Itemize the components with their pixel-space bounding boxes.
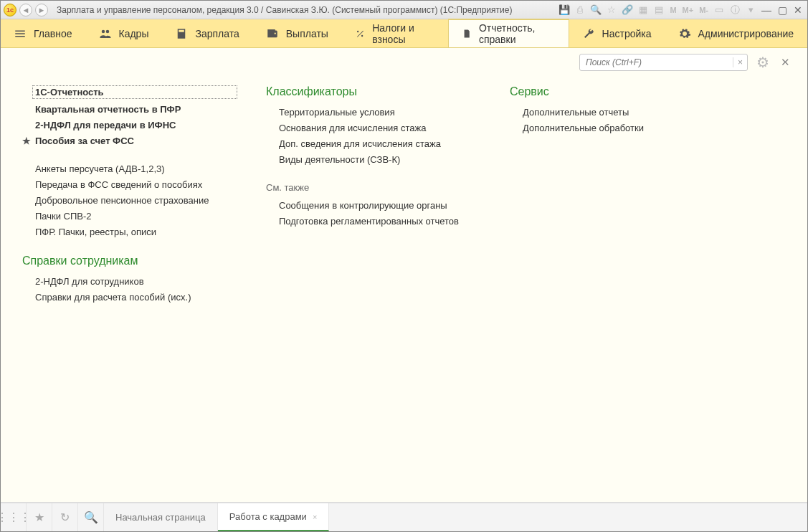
calculator-icon bbox=[175, 27, 188, 40]
favorite-icon[interactable]: ☆ bbox=[605, 4, 618, 16]
history-icon[interactable]: ↻ bbox=[52, 503, 78, 531]
titlebar: 1c ◄ ► Зарплата и управление персоналом,… bbox=[1, 1, 807, 19]
tab-label: Кадры bbox=[119, 28, 149, 39]
panel-icon[interactable]: ▭ bbox=[713, 4, 726, 16]
nav-link[interactable]: ПФР. Пачки, реестры, описи bbox=[22, 227, 237, 237]
nav-link[interactable]: Доп. сведения для исчисления стажа bbox=[266, 138, 481, 149]
info-icon[interactable]: ⓘ bbox=[728, 4, 741, 16]
nav-link[interactable]: 2-НДФЛ для сотрудников bbox=[22, 276, 237, 287]
nav-link[interactable]: Анкеты персучета (АДВ-1,2,3) bbox=[22, 163, 237, 174]
m-plus[interactable]: M+ bbox=[681, 6, 695, 14]
nav-link[interactable]: Справки для расчета пособий (исх.) bbox=[22, 292, 237, 303]
content-area: × ⚙ ✕ 1С-ОтчетностьКвартальная отчетност… bbox=[1, 48, 807, 503]
gear-icon bbox=[678, 27, 691, 40]
search-clear-button[interactable]: × bbox=[733, 57, 747, 67]
section-title-klassifikatory: Классификаторы bbox=[266, 85, 481, 98]
tab-otchetnost[interactable]: Отчетность, справки bbox=[448, 19, 569, 47]
tab-nastroika[interactable]: Настройка bbox=[569, 19, 665, 47]
tab-close-icon[interactable]: × bbox=[313, 513, 317, 521]
favorites-icon[interactable]: ★ bbox=[27, 503, 52, 531]
nav-link[interactable]: 1С-Отчетность bbox=[32, 85, 237, 99]
nav-link[interactable]: Дополнительные отчеты bbox=[510, 107, 696, 118]
nav-back-button[interactable]: ◄ bbox=[19, 4, 32, 16]
tab-nalogi[interactable]: Налоги и взносы bbox=[342, 19, 448, 47]
window-maximize-button[interactable]: ▢ bbox=[776, 4, 789, 16]
tab-label: Выплаты bbox=[286, 28, 328, 39]
print-icon[interactable]: ⎙ bbox=[574, 4, 586, 16]
column-klassifikatory: Классификаторы Территориальные условияОс… bbox=[266, 85, 481, 495]
calc-icon[interactable]: ▦ bbox=[637, 4, 650, 16]
settings-gear-icon[interactable]: ⚙ bbox=[752, 54, 774, 71]
wrench-icon bbox=[582, 27, 595, 40]
window-close-button[interactable]: ✕ bbox=[792, 4, 804, 16]
section-title-spravki: Справки сотрудникам bbox=[22, 255, 237, 267]
save-icon[interactable]: 💾 bbox=[558, 4, 571, 16]
section-title-service: Сервис bbox=[510, 85, 696, 98]
tab-label: Отчетность, справки bbox=[479, 22, 556, 45]
people-icon bbox=[99, 27, 112, 40]
tab-label: Настройка bbox=[602, 28, 652, 39]
search-box[interactable]: × bbox=[579, 54, 748, 71]
search-bottom-icon[interactable]: 🔍 bbox=[78, 503, 104, 531]
main-toolbar: Главное Кадры Зарплата Выплаты Налоги и … bbox=[1, 19, 807, 48]
nav-link[interactable]: 2-НДФЛ для передачи в ИФНС bbox=[22, 120, 237, 130]
tab-main[interactable]: Главное bbox=[1, 19, 86, 47]
dropdown-icon[interactable]: ▾ bbox=[744, 4, 757, 16]
bottom-tab-label: Работа с кадрами bbox=[229, 511, 307, 522]
percent-icon bbox=[355, 27, 365, 40]
preview-icon[interactable]: 🔍 bbox=[589, 4, 602, 16]
nav-link[interactable]: Квартальная отчетность в ПФР bbox=[22, 104, 237, 115]
window-title: Зарплата и управление персоналом, редакц… bbox=[57, 5, 512, 15]
bottom-tab-label: Начальная страница bbox=[115, 512, 206, 523]
nav-link[interactable]: Подготовка регламентированных отчетов bbox=[266, 216, 481, 227]
tab-label: Налоги и взносы bbox=[372, 22, 434, 45]
nav-link[interactable]: Передача в ФСС сведений о пособиях bbox=[22, 179, 237, 190]
bottom-tab[interactable]: Начальная страница bbox=[104, 503, 218, 531]
see-also-heading: См. также bbox=[266, 182, 481, 193]
apps-icon[interactable]: ⋮⋮⋮ bbox=[1, 503, 27, 531]
report-icon bbox=[462, 27, 472, 40]
search-input[interactable] bbox=[580, 57, 733, 67]
tab-label: Главное bbox=[34, 28, 72, 39]
nav-link[interactable]: Дополнительные обработки bbox=[510, 123, 696, 133]
tab-zarplata[interactable]: Зарплата bbox=[162, 19, 252, 47]
nav-link[interactable]: Виды деятельности (СЗВ-К) bbox=[266, 154, 481, 165]
column-reports: 1С-ОтчетностьКвартальная отчетность в ПФ… bbox=[22, 85, 237, 495]
app-logo-icon: 1c bbox=[4, 4, 16, 16]
menu-icon bbox=[14, 27, 27, 40]
nav-link[interactable]: Сообщения в контролирующие органы bbox=[266, 200, 481, 211]
bottom-bar: ⋮⋮⋮ ★ ↻ 🔍 Начальная страницаРабота с кад… bbox=[1, 503, 807, 531]
calendar-icon[interactable]: ▤ bbox=[652, 4, 665, 16]
column-service: Сервис Дополнительные отчетыДополнительн… bbox=[510, 85, 696, 495]
nav-link[interactable]: Территориальные условия bbox=[266, 107, 481, 118]
nav-forward-button[interactable]: ► bbox=[35, 4, 48, 16]
nav-link[interactable]: Пособия за счет ФСС bbox=[22, 136, 237, 146]
tab-vyplaty[interactable]: Выплаты bbox=[253, 19, 342, 47]
link-icon[interactable]: 🔗 bbox=[621, 4, 634, 16]
window-minimize-button[interactable]: — bbox=[760, 4, 773, 16]
nav-link[interactable]: Основания для исчисления стажа bbox=[266, 123, 481, 133]
wallet-icon bbox=[266, 27, 279, 40]
tab-label: Зарплата bbox=[195, 28, 239, 39]
tab-kadry[interactable]: Кадры bbox=[86, 19, 163, 47]
nav-link[interactable]: Пачки СПВ-2 bbox=[22, 211, 237, 222]
tab-label: Администрирование bbox=[698, 28, 794, 39]
panel-close-button[interactable]: ✕ bbox=[778, 56, 793, 69]
tab-admin[interactable]: Администрирование bbox=[665, 19, 808, 47]
m-plain[interactable]: M bbox=[668, 6, 678, 14]
bottom-tab[interactable]: Работа с кадрами× bbox=[218, 503, 330, 531]
nav-link[interactable]: Добровольное пенсионное страхование bbox=[22, 195, 237, 206]
m-minus[interactable]: M- bbox=[698, 6, 710, 14]
